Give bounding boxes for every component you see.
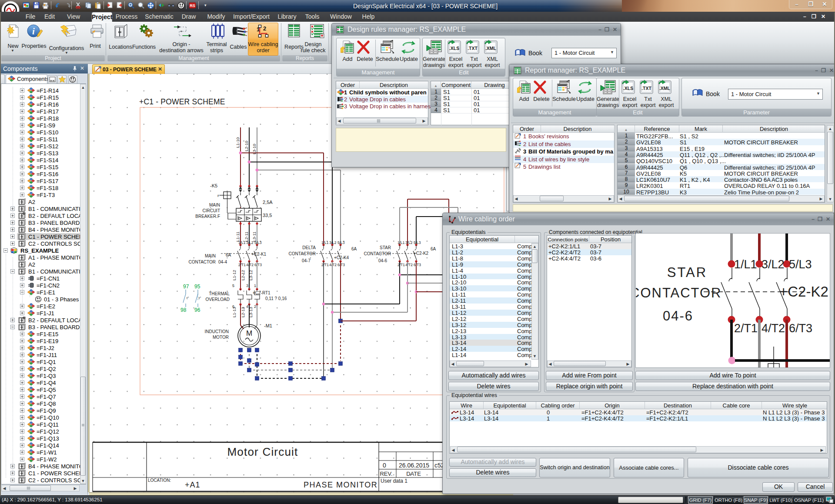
- svg-text:4/T2: 4/T2: [246, 263, 254, 267]
- svg-text:L2-10: L2-10: [244, 141, 249, 151]
- svg-text:4/T2: 4/T2: [762, 322, 785, 335]
- svg-text:L3-12: L3-12: [248, 270, 253, 280]
- svg-text:.XLS: .XLS: [449, 46, 459, 51]
- svg-text:4/T2: 4/T2: [405, 263, 413, 267]
- svg-text:THERMAL: THERMAL: [209, 291, 230, 296]
- svg-text:5/L3: 5/L3: [789, 258, 812, 271]
- svg-text:User data 1: User data 1: [381, 478, 407, 484]
- svg-text:04-6: 04-6: [663, 308, 693, 324]
- svg-text:CIRCUIT: CIRCUIT: [202, 208, 220, 213]
- svg-text:t°: t°: [199, 296, 201, 300]
- svg-text:04-4: 04-4: [218, 260, 227, 264]
- svg-text:+A1: +A1: [185, 481, 200, 489]
- svg-text:2/T1: 2/T1: [397, 263, 405, 267]
- svg-text:L3-10: L3-10: [252, 144, 257, 154]
- svg-text:-M1: -M1: [264, 323, 272, 328]
- svg-text:04-7: 04-7: [302, 258, 311, 263]
- svg-text:.TXT: .TXT: [468, 46, 478, 51]
- svg-text:L1-12: L1-12: [232, 270, 237, 280]
- svg-text:2: 2: [263, 25, 266, 32]
- svg-text:OVERLOAD: OVERLOAD: [205, 297, 230, 302]
- svg-text:MAIN: MAIN: [209, 203, 220, 207]
- svg-text:L1-10: L1-10: [235, 137, 240, 148]
- svg-text:96: 96: [194, 307, 200, 313]
- svg-text:3: 3: [246, 284, 248, 288]
- svg-text:i: i: [32, 26, 35, 37]
- svg-text:04-6: 04-6: [378, 258, 387, 263]
- svg-text:CONTACTOR: CONTACTOR: [189, 260, 216, 264]
- svg-text:6/T3: 6/T3: [789, 322, 812, 335]
- svg-text:6A: 6A: [226, 253, 231, 257]
- svg-text:5/L3: 5/L3: [337, 240, 345, 245]
- svg-text:Motor Circuit: Motor Circuit: [227, 445, 298, 458]
- svg-text:2/T1: 2/T1: [321, 263, 329, 267]
- svg-text:BREAKER.F: BREAKER.F: [195, 214, 220, 219]
- svg-text:L2-13: L2-13: [240, 307, 245, 317]
- svg-text:0: 0: [383, 462, 386, 469]
- svg-text:DATE: DATE: [406, 471, 421, 477]
- svg-text:97: 97: [183, 284, 189, 290]
- svg-text:1/L1: 1/L1: [397, 240, 405, 245]
- svg-text:+C2-K1: +C2-K1: [251, 252, 267, 257]
- svg-text:2/T1: 2/T1: [734, 322, 758, 335]
- svg-text:98: 98: [180, 307, 187, 313]
- svg-text:PHASE MONITOR: PHASE MONITOR: [304, 481, 377, 489]
- svg-text:+C2-RT1: +C2-RT1: [253, 290, 271, 295]
- svg-text:+C2-K2: +C2-K2: [414, 251, 429, 256]
- svg-text:F: F: [217, 194, 220, 198]
- svg-text:STAR: STAR: [667, 265, 707, 280]
- svg-text:6A: 6A: [351, 247, 357, 251]
- svg-text:CONTACTOR: CONTACTOR: [364, 251, 391, 256]
- svg-text:-K5: -K5: [210, 183, 217, 188]
- svg-text:L2-12: L2-12: [240, 270, 245, 280]
- svg-text:MAIN: MAIN: [205, 254, 216, 258]
- svg-text:+C1 - POWER SCHEME: +C1 - POWER SCHEME: [139, 97, 225, 106]
- svg-text:L1-13: L1-13: [232, 307, 237, 317]
- svg-text:6/T3: 6/T3: [414, 263, 421, 267]
- svg-text:+C2-K2: +C2-K2: [779, 284, 828, 300]
- svg-text:3/L2: 3/L2: [329, 240, 337, 245]
- svg-text:4/T2: 4/T2: [329, 263, 337, 267]
- svg-text:RS: RS: [190, 3, 195, 8]
- svg-text:.TXT: .TXT: [641, 86, 651, 91]
- svg-text:3/L2: 3/L2: [762, 258, 785, 271]
- svg-text:26.06.2015: 26.06.2015: [399, 462, 429, 469]
- svg-text:1/L1: 1/L1: [321, 240, 329, 245]
- svg-text:1: 1: [257, 26, 260, 33]
- svg-text:MOTOR: MOTOR: [213, 335, 229, 340]
- svg-text:2/T1: 2/T1: [238, 263, 246, 267]
- svg-text:.XLS: .XLS: [623, 86, 633, 91]
- svg-text:CONTACTOR: CONTACTOR: [636, 285, 721, 300]
- svg-text:5/L3: 5/L3: [254, 240, 262, 245]
- svg-text:2,5A: 2,5A: [263, 200, 273, 205]
- svg-text:6/T3: 6/T3: [254, 263, 262, 267]
- svg-text:INDUCTION: INDUCTION: [204, 329, 229, 334]
- svg-text:0,11 ? 0,16: 0,11 ? 0,16: [265, 296, 287, 301]
- svg-text:6/T3: 6/T3: [337, 263, 345, 267]
- svg-text:6A: 6A: [431, 247, 436, 251]
- svg-text:M: M: [246, 329, 252, 337]
- svg-text:.XML: .XML: [485, 46, 497, 51]
- svg-text:LOCATION:: LOCATION:: [148, 478, 171, 483]
- svg-text:.XML: .XML: [659, 86, 671, 91]
- svg-text:1: 1: [254, 284, 256, 288]
- svg-text:1/L1: 1/L1: [734, 258, 757, 271]
- svg-text:STAR: STAR: [380, 245, 391, 250]
- svg-text:1/L1: 1/L1: [238, 240, 246, 245]
- svg-text:33,5: 33,5: [263, 213, 272, 218]
- svg-text:DELTA: DELTA: [302, 245, 316, 250]
- svg-text:3/L2: 3/L2: [405, 240, 413, 245]
- svg-text:CONTACTOR: CONTACTOR: [289, 251, 316, 256]
- svg-text:2: 2: [254, 304, 256, 309]
- svg-text:t°: t°: [187, 296, 189, 300]
- svg-text:95: 95: [194, 284, 200, 290]
- svg-text:+C2-K4: +C2-K4: [334, 255, 349, 260]
- svg-text:5/L3: 5/L3: [414, 240, 421, 245]
- svg-text:5: 5: [232, 284, 234, 288]
- svg-text:REV.: REV.: [380, 471, 392, 477]
- svg-text:3/L2: 3/L2: [246, 240, 254, 245]
